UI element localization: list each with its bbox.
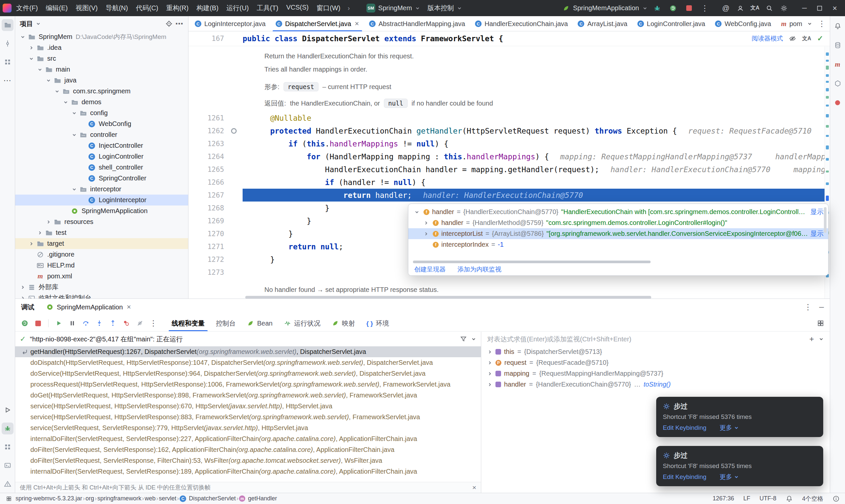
line-ending-indicator[interactable]: LF bbox=[743, 495, 750, 502]
tree-item-controller[interactable]: controller bbox=[15, 129, 188, 140]
breadcrumb-item[interactable]: org bbox=[86, 495, 94, 502]
menu-item[interactable]: 窗口(W) bbox=[313, 2, 344, 14]
menu-item[interactable]: 构建(B) bbox=[192, 2, 223, 14]
variable-row-interceptorList[interactable]: finterceptorList = {ArrayList@5786} "[or… bbox=[408, 228, 828, 239]
tab-arraylist-java[interactable]: CArrayList.java bbox=[573, 16, 632, 31]
translate-icon[interactable]: 文A bbox=[802, 36, 811, 41]
watch-row-mapping[interactable]: mapping = {RequestMappingHandlerMapping@… bbox=[481, 368, 830, 379]
tree-item-main[interactable]: main bbox=[15, 64, 188, 75]
menu-item[interactable]: 编辑(E) bbox=[42, 2, 72, 14]
menu-item[interactable]: 文件(F) bbox=[12, 2, 42, 14]
tree-chevron-icon[interactable] bbox=[70, 187, 78, 192]
chevron-down-icon[interactable] bbox=[471, 337, 476, 342]
menu-item[interactable]: 重构(R) bbox=[162, 2, 192, 14]
watch-row-this[interactable]: this = {DispatcherServlet@5713} bbox=[481, 346, 830, 357]
encoding-indicator[interactable]: UTF-8 bbox=[759, 495, 776, 502]
tree-chevron-icon[interactable] bbox=[27, 241, 36, 246]
run-tool-icon[interactable] bbox=[2, 404, 14, 416]
stack-frame-row[interactable]: service(HttpServletRequest, HttpServletR… bbox=[15, 412, 481, 422]
tab-dispatcherservlet-java[interactable]: CDispatcherServlet.java× bbox=[271, 16, 364, 31]
notifications-bell-icon[interactable] bbox=[786, 495, 793, 502]
tree-chevron-icon[interactable] bbox=[487, 382, 492, 387]
stack-frame-row[interactable]: doDispatch(HttpServletRequest, HttpServl… bbox=[15, 357, 481, 368]
tab-webconfig-java[interactable]: CWebConfig.java bbox=[710, 16, 776, 31]
menu-item[interactable]: 代码(C) bbox=[132, 2, 162, 14]
view-breakpoints-icon[interactable] bbox=[120, 317, 133, 329]
show-value-link[interactable]: 显示 bbox=[808, 229, 824, 238]
tree-item-config[interactable]: config bbox=[15, 108, 188, 119]
debug-tab--[interactable]: 映射 bbox=[326, 315, 361, 331]
stack-frame-row[interactable]: doGet(HttpServletRequest, HttpServletRes… bbox=[15, 390, 481, 401]
tree-chevron-icon[interactable] bbox=[422, 231, 430, 236]
resume-program-icon[interactable] bbox=[52, 317, 65, 329]
more-actions-icon[interactable]: ⋮ bbox=[699, 2, 711, 15]
maven-tool-icon[interactable]: m bbox=[832, 58, 844, 70]
breadcrumb-item[interactable]: spring-webmvc-5.3.23.jar bbox=[16, 495, 82, 502]
tree-chevron-icon[interactable] bbox=[487, 371, 492, 376]
tree-chevron-icon[interactable] bbox=[422, 220, 430, 226]
tree-item-target[interactable]: target bbox=[15, 238, 188, 249]
tree-item-test[interactable]: test bbox=[15, 227, 188, 238]
edit-keybinding-link[interactable]: Edit Keybinding bbox=[663, 473, 706, 481]
horizontal-scrollbar[interactable] bbox=[245, 296, 651, 299]
popup-horizontal-scrollbar[interactable] bbox=[413, 260, 651, 263]
mute-breakpoints-icon[interactable] bbox=[134, 317, 146, 329]
step-out-icon[interactable] bbox=[107, 317, 119, 329]
tree-item--gitignore[interactable]: .gitignore bbox=[15, 249, 188, 260]
close-icon[interactable]: × bbox=[127, 303, 131, 311]
debug-tab--[interactable]: 控制台 bbox=[210, 315, 241, 331]
stop-button[interactable] bbox=[683, 2, 695, 15]
stack-frame-row[interactable]: service(ServletRequest, ServletResponse)… bbox=[15, 422, 481, 433]
chevron-down-icon[interactable] bbox=[36, 21, 41, 26]
indent-indicator[interactable]: 4个空格 bbox=[802, 495, 823, 503]
tab-logincontroller-java[interactable]: CLoginController.java bbox=[632, 16, 710, 31]
structure-tool-icon[interactable] bbox=[2, 56, 14, 68]
tree-chevron-icon[interactable] bbox=[27, 56, 36, 61]
tree-chevron-icon[interactable] bbox=[36, 230, 44, 235]
window-minimize-button[interactable]: ─ bbox=[797, 0, 812, 16]
tree-item-src[interactable]: src bbox=[15, 53, 188, 64]
vcs-selector[interactable]: 版本控制 bbox=[424, 2, 465, 14]
stack-frame-row[interactable]: internalDoFilter(ServletRequest, Servlet… bbox=[15, 466, 481, 477]
more-options-icon[interactable]: ⋮ bbox=[804, 303, 812, 311]
stack-frame-row[interactable]: internalDoFilter(ServletRequest, Servlet… bbox=[15, 433, 481, 444]
profiler-record-icon[interactable] bbox=[832, 97, 844, 109]
tree-item-logininterceptor[interactable]: CLoginInterceptor bbox=[15, 195, 188, 205]
close-icon[interactable]: × bbox=[355, 19, 359, 28]
tree-chevron-icon[interactable] bbox=[413, 210, 421, 215]
tree-item-demos[interactable]: demos bbox=[15, 97, 188, 108]
create-renderer-link[interactable]: 创建呈现器 bbox=[414, 265, 446, 274]
stack-frame-row[interactable]: doService(HttpServletRequest, HttpServle… bbox=[15, 368, 481, 379]
more-tools-icon[interactable]: ⋯ bbox=[2, 74, 14, 86]
tab-options-icon[interactable]: ⋮ bbox=[817, 20, 826, 28]
run-config-selector[interactable]: SpringMemApplication bbox=[573, 4, 639, 12]
edit-keybinding-link[interactable]: Edit Keybinding bbox=[663, 424, 706, 431]
tree-item-java[interactable]: java bbox=[15, 75, 188, 86]
more-link[interactable]: 更多 bbox=[720, 473, 739, 481]
caret-position[interactable]: 1267:36 bbox=[712, 495, 734, 502]
tree-chevron-icon[interactable] bbox=[70, 110, 78, 116]
services-tool-icon[interactable] bbox=[2, 441, 14, 453]
hide-hints-icon[interactable] bbox=[789, 35, 796, 42]
tostring-link[interactable]: toString() bbox=[644, 381, 671, 388]
step-over-icon[interactable] bbox=[80, 317, 92, 329]
tab-logininterceptor-java[interactable]: CLoginInterceptor.java bbox=[190, 16, 271, 31]
layout-settings-icon[interactable] bbox=[814, 317, 827, 329]
watch-row-request[interactable]: Prequest = {RequestFacade@5710} bbox=[481, 357, 830, 368]
add-inline-watch-link[interactable]: 添加为内联监视 bbox=[457, 265, 501, 274]
stack-frame-row[interactable]: service(HttpServletRequest, HttpServletR… bbox=[15, 401, 481, 412]
breadcrumb-item[interactable]: servlet bbox=[159, 495, 176, 502]
window-close-button[interactable]: × bbox=[827, 0, 842, 16]
tree-chevron-icon[interactable] bbox=[61, 100, 70, 105]
breadcrumb-item[interactable]: CDispatcherServlet bbox=[179, 495, 236, 502]
tree-item-shell-controller[interactable]: Cshell_controller bbox=[15, 162, 188, 173]
menu-item[interactable]: 导航(N) bbox=[102, 2, 132, 14]
tree-item-springcontroller[interactable]: CSpringController bbox=[15, 173, 188, 184]
debug-tab--[interactable]: { }环境 bbox=[361, 315, 395, 331]
tree-item-interceptor[interactable]: interceptor bbox=[15, 184, 188, 195]
debug-session-tab[interactable]: SpringMemApplication × bbox=[43, 299, 134, 315]
tree-item-springmemapplication[interactable]: SpringMemApplication bbox=[15, 205, 188, 216]
stop-icon[interactable] bbox=[32, 317, 44, 329]
rerun-button[interactable] bbox=[667, 2, 679, 15]
add-watch-icon[interactable]: + bbox=[809, 335, 814, 343]
